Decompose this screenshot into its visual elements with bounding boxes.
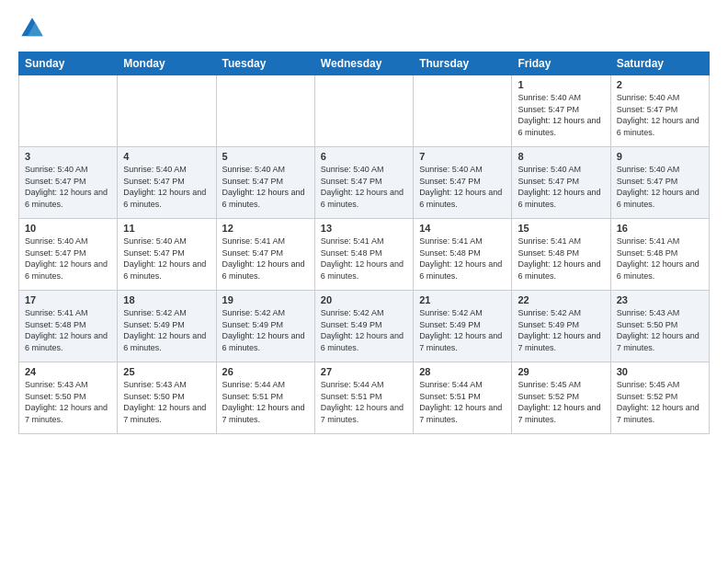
calendar-cell: 29Sunrise: 5:45 AM Sunset: 5:52 PM Dayli… bbox=[512, 362, 610, 434]
day-info: Sunrise: 5:44 AM Sunset: 5:51 PM Dayligh… bbox=[321, 379, 407, 425]
day-number: 28 bbox=[419, 366, 506, 377]
calendar-cell: 11Sunrise: 5:40 AM Sunset: 5:47 PM Dayli… bbox=[118, 219, 216, 291]
day-number: 20 bbox=[321, 294, 407, 305]
calendar-week-row: 10Sunrise: 5:40 AM Sunset: 5:47 PM Dayli… bbox=[19, 219, 710, 291]
day-info: Sunrise: 5:44 AM Sunset: 5:51 PM Dayligh… bbox=[222, 379, 309, 425]
calendar-cell: 24Sunrise: 5:43 AM Sunset: 5:50 PM Dayli… bbox=[19, 362, 118, 434]
day-number: 7 bbox=[419, 151, 506, 162]
calendar-header-row: SundayMondayTuesdayWednesdayThursdayFrid… bbox=[19, 52, 710, 75]
day-info: Sunrise: 5:42 AM Sunset: 5:49 PM Dayligh… bbox=[123, 307, 210, 353]
calendar-cell: 22Sunrise: 5:42 AM Sunset: 5:49 PM Dayli… bbox=[512, 291, 610, 362]
day-info: Sunrise: 5:40 AM Sunset: 5:47 PM Dayligh… bbox=[321, 164, 407, 210]
day-number: 29 bbox=[518, 366, 604, 377]
day-number: 24 bbox=[25, 366, 111, 377]
day-number: 18 bbox=[123, 294, 210, 305]
calendar-cell: 8Sunrise: 5:40 AM Sunset: 5:47 PM Daylig… bbox=[512, 147, 610, 219]
calendar-cell: 4Sunrise: 5:40 AM Sunset: 5:47 PM Daylig… bbox=[118, 147, 216, 219]
day-info: Sunrise: 5:45 AM Sunset: 5:52 PM Dayligh… bbox=[617, 379, 703, 425]
day-number: 23 bbox=[617, 294, 703, 305]
day-info: Sunrise: 5:40 AM Sunset: 5:47 PM Dayligh… bbox=[25, 164, 111, 210]
calendar-cell: 28Sunrise: 5:44 AM Sunset: 5:51 PM Dayli… bbox=[414, 362, 512, 434]
calendar-cell: 25Sunrise: 5:43 AM Sunset: 5:50 PM Dayli… bbox=[118, 362, 216, 434]
calendar-cell: 2Sunrise: 5:40 AM Sunset: 5:47 PM Daylig… bbox=[610, 75, 709, 147]
calendar-cell: 20Sunrise: 5:42 AM Sunset: 5:49 PM Dayli… bbox=[314, 291, 413, 362]
calendar-cell: 7Sunrise: 5:40 AM Sunset: 5:47 PM Daylig… bbox=[414, 147, 512, 219]
day-info: Sunrise: 5:42 AM Sunset: 5:49 PM Dayligh… bbox=[518, 307, 604, 353]
day-number: 10 bbox=[25, 223, 111, 234]
calendar-week-row: 24Sunrise: 5:43 AM Sunset: 5:50 PM Dayli… bbox=[19, 362, 710, 434]
calendar-week-row: 17Sunrise: 5:41 AM Sunset: 5:48 PM Dayli… bbox=[19, 291, 710, 362]
day-info: Sunrise: 5:41 AM Sunset: 5:48 PM Dayligh… bbox=[518, 236, 604, 282]
day-info: Sunrise: 5:40 AM Sunset: 5:47 PM Dayligh… bbox=[222, 164, 309, 210]
day-number: 19 bbox=[222, 294, 309, 305]
calendar-cell: 5Sunrise: 5:40 AM Sunset: 5:47 PM Daylig… bbox=[216, 147, 314, 219]
logo bbox=[18, 15, 50, 42]
calendar-cell: 14Sunrise: 5:41 AM Sunset: 5:48 PM Dayli… bbox=[414, 219, 512, 291]
day-number: 2 bbox=[617, 79, 703, 90]
calendar-header-sunday: Sunday bbox=[19, 52, 118, 75]
day-number: 11 bbox=[123, 223, 210, 234]
calendar-cell: 23Sunrise: 5:43 AM Sunset: 5:50 PM Dayli… bbox=[610, 291, 709, 362]
calendar-cell: 17Sunrise: 5:41 AM Sunset: 5:48 PM Dayli… bbox=[19, 291, 118, 362]
day-info: Sunrise: 5:40 AM Sunset: 5:47 PM Dayligh… bbox=[518, 164, 604, 210]
day-number: 4 bbox=[123, 151, 210, 162]
calendar-cell: 26Sunrise: 5:44 AM Sunset: 5:51 PM Dayli… bbox=[216, 362, 314, 434]
day-info: Sunrise: 5:40 AM Sunset: 5:47 PM Dayligh… bbox=[419, 164, 506, 210]
day-info: Sunrise: 5:40 AM Sunset: 5:47 PM Dayligh… bbox=[617, 164, 703, 210]
day-info: Sunrise: 5:44 AM Sunset: 5:51 PM Dayligh… bbox=[419, 379, 506, 425]
day-info: Sunrise: 5:41 AM Sunset: 5:47 PM Dayligh… bbox=[222, 236, 309, 282]
calendar-header-wednesday: Wednesday bbox=[314, 52, 413, 75]
day-info: Sunrise: 5:41 AM Sunset: 5:48 PM Dayligh… bbox=[25, 307, 111, 353]
calendar-header-tuesday: Tuesday bbox=[216, 52, 314, 75]
calendar-cell: 19Sunrise: 5:42 AM Sunset: 5:49 PM Dayli… bbox=[216, 291, 314, 362]
day-info: Sunrise: 5:42 AM Sunset: 5:49 PM Dayligh… bbox=[321, 307, 407, 353]
day-number: 22 bbox=[518, 294, 604, 305]
calendar-week-row: 3Sunrise: 5:40 AM Sunset: 5:47 PM Daylig… bbox=[19, 147, 710, 219]
day-number: 21 bbox=[419, 294, 506, 305]
day-number: 26 bbox=[222, 366, 309, 377]
calendar-cell bbox=[216, 75, 314, 147]
calendar-cell: 9Sunrise: 5:40 AM Sunset: 5:47 PM Daylig… bbox=[610, 147, 709, 219]
calendar-cell bbox=[314, 75, 413, 147]
calendar-header-monday: Monday bbox=[118, 52, 216, 75]
calendar-cell: 3Sunrise: 5:40 AM Sunset: 5:47 PM Daylig… bbox=[19, 147, 118, 219]
day-number: 3 bbox=[25, 151, 111, 162]
day-info: Sunrise: 5:43 AM Sunset: 5:50 PM Dayligh… bbox=[25, 379, 111, 425]
day-number: 27 bbox=[321, 366, 407, 377]
logo-icon bbox=[18, 15, 46, 42]
calendar-header-friday: Friday bbox=[512, 52, 610, 75]
day-info: Sunrise: 5:40 AM Sunset: 5:47 PM Dayligh… bbox=[617, 92, 703, 138]
calendar-cell bbox=[414, 75, 512, 147]
day-info: Sunrise: 5:40 AM Sunset: 5:47 PM Dayligh… bbox=[123, 236, 210, 282]
day-number: 30 bbox=[617, 366, 703, 377]
day-number: 25 bbox=[123, 366, 210, 377]
calendar-cell: 1Sunrise: 5:40 AM Sunset: 5:47 PM Daylig… bbox=[512, 75, 610, 147]
calendar-cell bbox=[118, 75, 216, 147]
day-number: 12 bbox=[222, 223, 309, 234]
day-info: Sunrise: 5:40 AM Sunset: 5:47 PM Dayligh… bbox=[123, 164, 210, 210]
day-info: Sunrise: 5:42 AM Sunset: 5:49 PM Dayligh… bbox=[222, 307, 309, 353]
calendar-cell: 15Sunrise: 5:41 AM Sunset: 5:48 PM Dayli… bbox=[512, 219, 610, 291]
day-info: Sunrise: 5:41 AM Sunset: 5:48 PM Dayligh… bbox=[419, 236, 506, 282]
day-number: 15 bbox=[518, 223, 604, 234]
calendar-week-row: 1Sunrise: 5:40 AM Sunset: 5:47 PM Daylig… bbox=[19, 75, 710, 147]
day-info: Sunrise: 5:43 AM Sunset: 5:50 PM Dayligh… bbox=[617, 307, 703, 353]
day-number: 14 bbox=[419, 223, 506, 234]
day-number: 9 bbox=[617, 151, 703, 162]
calendar-cell: 18Sunrise: 5:42 AM Sunset: 5:49 PM Dayli… bbox=[118, 291, 216, 362]
calendar-cell: 21Sunrise: 5:42 AM Sunset: 5:49 PM Dayli… bbox=[414, 291, 512, 362]
calendar-cell: 6Sunrise: 5:40 AM Sunset: 5:47 PM Daylig… bbox=[314, 147, 413, 219]
day-number: 6 bbox=[321, 151, 407, 162]
calendar-header-thursday: Thursday bbox=[414, 52, 512, 75]
calendar: SundayMondayTuesdayWednesdayThursdayFrid… bbox=[18, 52, 710, 434]
calendar-cell bbox=[19, 75, 118, 147]
calendar-header-saturday: Saturday bbox=[610, 52, 709, 75]
day-info: Sunrise: 5:40 AM Sunset: 5:47 PM Dayligh… bbox=[25, 236, 111, 282]
calendar-cell: 12Sunrise: 5:41 AM Sunset: 5:47 PM Dayli… bbox=[216, 219, 314, 291]
day-number: 17 bbox=[25, 294, 111, 305]
calendar-cell: 16Sunrise: 5:41 AM Sunset: 5:48 PM Dayli… bbox=[610, 219, 709, 291]
day-number: 5 bbox=[222, 151, 309, 162]
day-number: 16 bbox=[617, 223, 703, 234]
day-number: 1 bbox=[518, 79, 604, 90]
calendar-cell: 13Sunrise: 5:41 AM Sunset: 5:48 PM Dayli… bbox=[314, 219, 413, 291]
